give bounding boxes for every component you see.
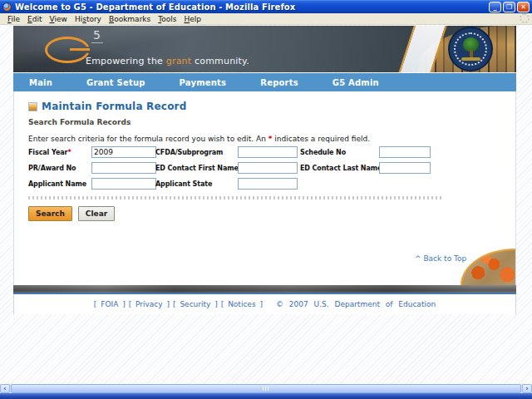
- page-title-icon: [28, 102, 37, 111]
- field-input-schedule-no[interactable]: [379, 146, 431, 158]
- menu-file[interactable]: File: [7, 15, 20, 23]
- menu-bar: FileEditViewHistoryBookmarksToolsHelp: [0, 13, 532, 25]
- field-label-ed-contact-last-name: ED Contact Last Name: [300, 165, 382, 172]
- nav-item-main[interactable]: Main: [29, 78, 52, 87]
- footer-link-notices[interactable]: Notices: [228, 300, 255, 308]
- field-input-ed-contact-last-name[interactable]: [379, 162, 431, 174]
- field-input-ed-contact-first-name[interactable]: [238, 162, 298, 174]
- back-to-top-link[interactable]: ^ Back to Top: [415, 254, 466, 263]
- field-label-applicant-name: Applicant Name: [28, 180, 86, 188]
- scroll-left-button[interactable]: ‹: [0, 384, 10, 393]
- footer-link-security[interactable]: Security: [180, 300, 210, 308]
- classroom-chairs-image: [461, 249, 515, 285]
- field-label-pr-award-no: PR/Award No: [28, 165, 76, 172]
- nav-item-grant-setup[interactable]: Grant Setup: [86, 78, 145, 87]
- field-label-applicant-state: Applicant State: [155, 180, 212, 188]
- menu-history[interactable]: History: [75, 15, 101, 23]
- menu-view[interactable]: View: [50, 15, 67, 23]
- site-banner: 5 Empowering the grant community.: [13, 26, 516, 72]
- window-bottom-edge: [0, 393, 532, 399]
- field-label-cfda-subprogram: CFDA/Subprogram: [155, 149, 223, 156]
- menu-tools[interactable]: Tools: [158, 15, 176, 23]
- firefox-icon: [2, 2, 12, 12]
- nav-item-payments[interactable]: Payments: [180, 78, 227, 87]
- field-input-applicant-state[interactable]: [238, 178, 298, 190]
- window-title: Welcome to G5 - Department of Education …: [15, 2, 489, 12]
- scrollbar-thumb[interactable]: [11, 384, 521, 393]
- footer-divider-bar: [13, 285, 516, 294]
- search-button[interactable]: Search: [28, 206, 72, 221]
- copyright-text: © 2007 U.S. Department of Education: [276, 300, 436, 308]
- field-label-fiscal-year: Fiscal Year*: [28, 149, 71, 156]
- minimize-button[interactable]: _: [489, 2, 501, 12]
- field-input-cfda-subprogram[interactable]: [238, 146, 298, 158]
- nav-item-g5-admin[interactable]: G5 Admin: [332, 78, 379, 87]
- field-input-applicant-name[interactable]: [91, 178, 156, 190]
- throbber-icon: [520, 13, 530, 23]
- menu-bookmarks[interactable]: Bookmarks: [109, 15, 150, 23]
- banner-tagline: Empowering the grant community.: [86, 56, 249, 66]
- page-title: Maintain Formula Record: [28, 101, 187, 112]
- footer-link-foia[interactable]: FOIA: [101, 300, 118, 308]
- page-content: Maintain Formula Record Search Formula R…: [13, 91, 516, 285]
- menu-edit[interactable]: Edit: [27, 15, 42, 23]
- dotted-divider: [28, 196, 442, 200]
- close-button[interactable]: ✕: [517, 2, 530, 12]
- window-titlebar[interactable]: Welcome to G5 - Department of Education …: [0, 0, 532, 13]
- main-nav: MainGrant SetupPaymentsReportsG5 Admin: [13, 73, 516, 91]
- section-title: Search Formula Records: [28, 118, 131, 126]
- footer-link-privacy[interactable]: Privacy: [135, 300, 163, 308]
- field-label-ed-contact-first-name: ED Contact First Name: [155, 165, 239, 172]
- nav-item-reports[interactable]: Reports: [260, 78, 298, 87]
- instructions-text: Enter search criteria for the formula re…: [28, 135, 370, 143]
- footer: [ FOIA ][ Privacy ][ Security ][ Notices…: [13, 294, 516, 314]
- menu-help[interactable]: Help: [184, 15, 201, 23]
- restore-button[interactable]: ❐: [503, 2, 515, 12]
- scroll-right-button[interactable]: ›: [522, 384, 532, 393]
- field-input-fiscal-year[interactable]: [91, 146, 156, 158]
- field-input-pr-award-no[interactable]: [91, 162, 156, 174]
- clear-button[interactable]: Clear: [78, 206, 115, 221]
- field-label-schedule-no: Schedule No: [300, 149, 346, 156]
- browser-window: Welcome to G5 - Department of Education …: [0, 0, 532, 399]
- department-of-education-seal: [448, 27, 493, 71]
- horizontal-scrollbar[interactable]: ‹ ›: [0, 384, 532, 393]
